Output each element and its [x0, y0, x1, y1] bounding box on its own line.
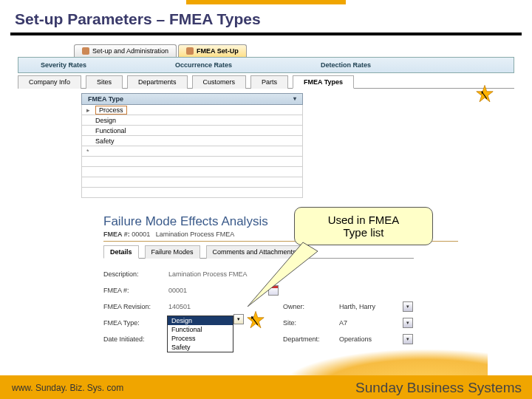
setup-icon [82, 47, 89, 55]
rate-tabs: Severity Rates Occurrence Rates Detectio… [18, 57, 514, 73]
sub-label: FMEA #: [103, 231, 130, 238]
label-site: Site: [283, 319, 335, 327]
ribbon-tab-fmea-setup[interactable]: FMEA Set-Up [178, 44, 247, 57]
slide-title: Set-up Parameters – FMEA Types [0, 4, 532, 33]
callout-tail-icon [248, 236, 321, 318]
tab-fmea-types[interactable]: FMEA Types [293, 75, 354, 89]
tab-failure-modes[interactable]: Failure Modes [145, 245, 200, 259]
footer-brand: Sunday Business Systems [355, 380, 522, 396]
tab-parts[interactable]: Parts [250, 75, 288, 89]
ribbon-tab-setup[interactable]: Set-up and Administration [74, 44, 177, 57]
svg-marker-4 [248, 242, 318, 307]
grid-row[interactable]: Safety [81, 136, 303, 146]
grid-row [81, 157, 303, 167]
dropdown-button-icon[interactable]: ▾ [403, 334, 413, 344]
tab-sites[interactable]: Sites [86, 75, 123, 89]
fmea-type-grid: FMEA Type ▾ ▸Process Design Functional S… [81, 93, 303, 198]
dropdown-button-icon[interactable]: ▾ [403, 318, 413, 328]
footer-url: www. Sunday. Biz. Sys. com [12, 383, 123, 393]
footer: www. Sunday. Biz. Sys. com Sunday Busine… [0, 366, 532, 399]
grid-row[interactable]: Functional [81, 126, 303, 136]
dropdown-option[interactable]: Safety [168, 343, 233, 352]
sub-num: 00001 [132, 231, 150, 238]
ribbon-tab-label: Set-up and Administration [92, 47, 168, 55]
dropdown-arrow-icon[interactable]: ▾ [233, 314, 244, 324]
ribbon-tabs: Set-up and Administration FMEA Set-Up [74, 44, 532, 57]
tab-detection[interactable]: Detection Rates [299, 59, 393, 71]
grid-header[interactable]: FMEA Type ▾ [81, 93, 303, 105]
tab-departments[interactable]: Departments [127, 75, 188, 89]
tab-details[interactable]: Details [103, 245, 139, 259]
grid-row[interactable]: Design [81, 115, 303, 126]
svg-marker-0 [477, 85, 493, 101]
tab-customers[interactable]: Customers [192, 75, 247, 89]
dropdown-option[interactable]: Functional [168, 325, 233, 334]
row-marker-icon: ▸ [86, 106, 95, 114]
label-revision: FMEA Revision: [103, 303, 168, 310]
grid-cell: Functional [95, 127, 126, 134]
grid-row [81, 188, 303, 198]
val-dept[interactable]: Operations [339, 335, 398, 343]
sort-arrow-icon[interactable]: ▾ [293, 95, 296, 103]
type-dropdown-list[interactable]: Design Functional Process Safety [167, 316, 233, 352]
tab-severity[interactable]: Severity Rates [18, 59, 109, 71]
label-type: FMEA Type: [103, 319, 168, 327]
grid-cell[interactable]: Process [95, 106, 127, 115]
dropdown-option[interactable]: Design [168, 316, 233, 325]
ribbon-tab-label: FMEA Set-Up [197, 47, 239, 55]
sub-name: Lamination Process FMEA [156, 231, 235, 238]
cursor-highlight-icon [474, 84, 495, 108]
callout-line: Used in FMEA [295, 214, 432, 226]
tab-company-info[interactable]: Company Info [18, 75, 81, 89]
val-owner[interactable]: Harth, Harry [339, 303, 398, 310]
dropdown-option[interactable]: Process [168, 334, 233, 343]
new-row-icon: * [86, 148, 95, 155]
grid-row [81, 177, 303, 188]
sub-tabs: Company Info Sites Departments Customers… [18, 75, 514, 89]
screenshot-1: Set-up and Administration FMEA Set-Up Se… [0, 44, 532, 198]
label-fmea-num: FMEA #: [103, 287, 168, 294]
grid-row [81, 167, 303, 177]
label-dept: Department: [283, 335, 335, 343]
fmea-icon [186, 47, 194, 55]
dropdown-button-icon[interactable]: ▾ [403, 301, 413, 312]
label-description: Description: [103, 270, 168, 278]
grid-row[interactable]: ▸Process [81, 105, 303, 115]
title-rule [10, 33, 522, 35]
grid-header-label: FMEA Type [88, 95, 123, 103]
val-site[interactable]: A7 [339, 319, 398, 327]
grid-row-new[interactable]: * [81, 146, 303, 157]
grid-cell: Design [95, 117, 116, 124]
label-date: Date Initiated: [103, 335, 168, 343]
grid-cell: Safety [95, 137, 115, 145]
tab-occurrence[interactable]: Occurrence Rates [153, 59, 254, 71]
